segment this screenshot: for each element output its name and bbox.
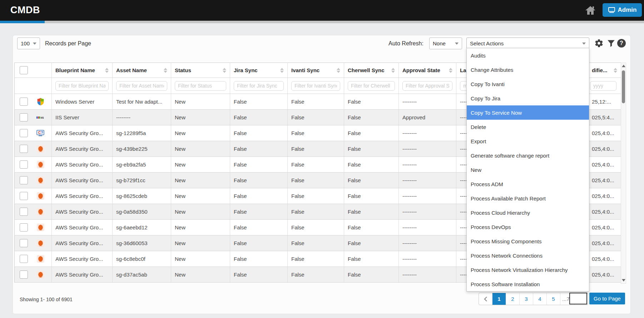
help-icon[interactable]: ? (617, 39, 626, 48)
top-bar: CMDB (0, 0, 644, 21)
actions-menu-item[interactable]: Export (467, 134, 589, 148)
page-button-2[interactable]: 2 (506, 293, 519, 305)
actions-menu-item[interactable]: Process Available Patch Report (467, 191, 589, 205)
row-checkbox[interactable] (20, 113, 28, 121)
cell-status: New (171, 204, 230, 220)
app-title: CMDB (10, 5, 40, 16)
auto-refresh-select[interactable]: None (429, 38, 462, 49)
actions-menu-item[interactable]: Copy To Jira (467, 91, 589, 105)
cell-asset-name: Test for Nw adapt... (113, 94, 171, 110)
scroll-up-icon[interactable] (622, 65, 625, 67)
sort-icon[interactable] (280, 68, 284, 73)
cell-approval-state: -------- (399, 235, 456, 251)
sort-icon[interactable] (105, 68, 109, 73)
actions-menu-item[interactable]: Process Network Virtualization Hierarchy (467, 263, 589, 277)
filter-asset-name-input[interactable] (116, 81, 167, 91)
filter-modified-date-input[interactable] (590, 81, 616, 91)
cell-blueprint-name: AWS Security Gro... (52, 220, 113, 235)
home-icon[interactable] (585, 5, 596, 16)
cell-status: New (171, 235, 230, 251)
cell-approval-state: -------- (399, 141, 456, 157)
vertical-scrollbar[interactable] (621, 63, 626, 284)
row-checkbox[interactable] (20, 239, 28, 247)
page-button-1[interactable]: 1 (492, 293, 506, 305)
iis-icon: IIS (36, 114, 44, 121)
row-checkbox[interactable] (20, 129, 28, 137)
filter-jira-sync-input[interactable] (234, 81, 284, 91)
actions-menu-item[interactable]: Copy To Service Now (467, 105, 589, 120)
goto-page-button[interactable]: Go to Page (589, 293, 625, 304)
cell-blueprint-name: AWS Security Gro... (52, 173, 113, 188)
filter-approval-state-input[interactable] (402, 81, 452, 91)
actions-menu-item[interactable]: Generate software change report (467, 148, 589, 163)
cell-ivanti-sync: False (288, 251, 344, 267)
cell-asset-name: sg-36d60053 (113, 235, 171, 251)
filter-icon[interactable] (606, 39, 616, 48)
cell-approval-state: Approved (399, 110, 456, 125)
cell-status: New (171, 173, 230, 188)
cell-blueprint-name: Windows Server (52, 94, 113, 110)
filter-cherwell-sync-input[interactable] (348, 81, 395, 91)
goto-page-input[interactable] (569, 293, 587, 304)
page-button-4[interactable]: 4 (533, 293, 546, 305)
cell-status: New (171, 141, 230, 157)
actions-menu-item[interactable]: Process ADM (467, 177, 589, 191)
actions-menu-item[interactable]: Process Software Installation (467, 277, 589, 291)
row-checkbox[interactable] (20, 176, 28, 184)
cell-jira-sync: False (230, 94, 288, 110)
aws-security-group-icon (36, 239, 44, 247)
row-checkbox[interactable] (20, 270, 28, 279)
filter-ivanti-sync-input[interactable] (291, 81, 340, 91)
sort-icon[interactable] (614, 68, 617, 73)
cell-jira-sync: False (230, 141, 288, 157)
row-checkbox[interactable] (20, 255, 28, 263)
auto-refresh-label: Auto Refresh: (388, 40, 423, 47)
row-checkbox[interactable] (20, 208, 28, 216)
gear-icon[interactable] (594, 39, 604, 48)
scroll-down-icon[interactable] (622, 279, 625, 282)
sort-icon[interactable] (164, 68, 167, 73)
actions-menu-item[interactable]: Process DevOps (467, 220, 589, 234)
row-checkbox[interactable] (20, 98, 28, 106)
cell-status: New (171, 188, 230, 204)
row-checkbox[interactable] (20, 145, 28, 153)
svg-text:IIS: IIS (41, 116, 44, 119)
sort-icon[interactable] (337, 68, 340, 73)
filter-blueprint-name-input[interactable] (55, 81, 109, 91)
actions-menu-item[interactable]: New (467, 163, 589, 177)
previous-page-icon[interactable] (479, 293, 492, 305)
cell-asset-name: sg-0a58d350 (113, 204, 171, 220)
column-header-status: Status (175, 67, 191, 73)
admin-button[interactable]: Admin (603, 3, 642, 17)
cell-ivanti-sync: False (288, 94, 344, 110)
actions-menu-item[interactable]: Copy To Ivanti (467, 77, 589, 91)
page-button-3[interactable]: 3 (519, 293, 533, 305)
cell-ivanti-sync: False (288, 110, 344, 125)
actions-menu-item[interactable]: Process Missing Components (467, 234, 589, 248)
sort-icon[interactable] (449, 68, 452, 73)
cell-approval-state: -------- (399, 94, 456, 110)
actions-menu-item[interactable]: Audits (467, 48, 589, 63)
page-button-5[interactable]: 5 (546, 293, 560, 305)
records-per-page-select[interactable]: 100 (17, 38, 40, 49)
cell-cherwell-sync: False (344, 267, 399, 283)
row-checkbox[interactable] (20, 192, 28, 200)
sort-icon[interactable] (223, 68, 226, 73)
cell-asset-name: sg-d37ac5ab (113, 267, 171, 283)
cell-jira-sync: False (230, 220, 288, 235)
actions-menu-item[interactable]: Change Attributes (467, 63, 589, 77)
cell-asset-name: -------- (113, 110, 171, 125)
actions-menu-item[interactable]: Process Cloud Hierarchy (467, 205, 589, 220)
row-checkbox[interactable] (20, 160, 28, 169)
auto-refresh-value: None (433, 40, 446, 46)
filter-status-input[interactable] (175, 81, 226, 91)
cell-approval-state: -------- (399, 220, 456, 235)
cell-status: New (171, 157, 230, 173)
cell-cherwell-sync: False (344, 220, 399, 235)
actions-menu-item[interactable]: Process Network Connections (467, 248, 589, 263)
scrollbar-thumb[interactable] (622, 70, 625, 103)
row-checkbox[interactable] (20, 223, 28, 232)
sort-icon[interactable] (391, 68, 395, 73)
actions-menu-item[interactable]: Delete (467, 120, 589, 134)
select-all-checkbox[interactable] (20, 66, 28, 74)
